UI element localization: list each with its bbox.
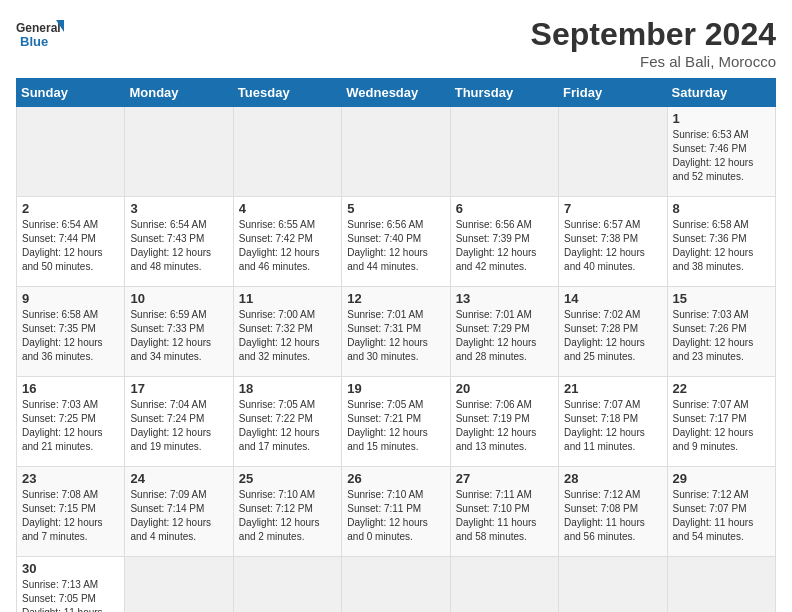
day-info: Sunrise: 7:10 AM Sunset: 7:12 PM Dayligh… <box>239 488 336 544</box>
day-number: 22 <box>673 381 770 396</box>
calendar-cell <box>233 557 341 613</box>
day-info: Sunrise: 7:12 AM Sunset: 7:08 PM Dayligh… <box>564 488 661 544</box>
logo: General Blue <box>16 16 66 60</box>
calendar-cell <box>125 557 233 613</box>
day-number: 27 <box>456 471 553 486</box>
calendar-cell: 16Sunrise: 7:03 AM Sunset: 7:25 PM Dayli… <box>17 377 125 467</box>
day-number: 2 <box>22 201 119 216</box>
day-number: 26 <box>347 471 444 486</box>
calendar-row: 23Sunrise: 7:08 AM Sunset: 7:15 PM Dayli… <box>17 467 776 557</box>
day-number: 9 <box>22 291 119 306</box>
day-info: Sunrise: 7:01 AM Sunset: 7:31 PM Dayligh… <box>347 308 444 364</box>
day-number: 21 <box>564 381 661 396</box>
calendar-row: 16Sunrise: 7:03 AM Sunset: 7:25 PM Dayli… <box>17 377 776 467</box>
day-number: 7 <box>564 201 661 216</box>
calendar-cell: 1Sunrise: 6:53 AM Sunset: 7:46 PM Daylig… <box>667 107 775 197</box>
weekday-header-wednesday: Wednesday <box>342 79 450 107</box>
day-number: 14 <box>564 291 661 306</box>
calendar-row: 1Sunrise: 6:53 AM Sunset: 7:46 PM Daylig… <box>17 107 776 197</box>
calendar-cell <box>342 107 450 197</box>
day-info: Sunrise: 6:56 AM Sunset: 7:39 PM Dayligh… <box>456 218 553 274</box>
day-info: Sunrise: 7:06 AM Sunset: 7:19 PM Dayligh… <box>456 398 553 454</box>
day-info: Sunrise: 6:58 AM Sunset: 7:36 PM Dayligh… <box>673 218 770 274</box>
day-number: 11 <box>239 291 336 306</box>
day-info: Sunrise: 6:54 AM Sunset: 7:44 PM Dayligh… <box>22 218 119 274</box>
day-info: Sunrise: 7:08 AM Sunset: 7:15 PM Dayligh… <box>22 488 119 544</box>
calendar-row: 2Sunrise: 6:54 AM Sunset: 7:44 PM Daylig… <box>17 197 776 287</box>
svg-text:Blue: Blue <box>20 34 48 49</box>
day-info: Sunrise: 6:56 AM Sunset: 7:40 PM Dayligh… <box>347 218 444 274</box>
day-number: 3 <box>130 201 227 216</box>
day-info: Sunrise: 6:54 AM Sunset: 7:43 PM Dayligh… <box>130 218 227 274</box>
day-number: 30 <box>22 561 119 576</box>
calendar-cell: 13Sunrise: 7:01 AM Sunset: 7:29 PM Dayli… <box>450 287 558 377</box>
svg-text:General: General <box>16 21 61 35</box>
calendar-cell: 30Sunrise: 7:13 AM Sunset: 7:05 PM Dayli… <box>17 557 125 613</box>
calendar-cell <box>342 557 450 613</box>
weekday-header-thursday: Thursday <box>450 79 558 107</box>
day-info: Sunrise: 7:12 AM Sunset: 7:07 PM Dayligh… <box>673 488 770 544</box>
day-info: Sunrise: 7:03 AM Sunset: 7:26 PM Dayligh… <box>673 308 770 364</box>
calendar-cell <box>17 107 125 197</box>
calendar-cell: 17Sunrise: 7:04 AM Sunset: 7:24 PM Dayli… <box>125 377 233 467</box>
day-number: 20 <box>456 381 553 396</box>
calendar-cell <box>450 107 558 197</box>
calendar-cell: 12Sunrise: 7:01 AM Sunset: 7:31 PM Dayli… <box>342 287 450 377</box>
calendar-cell: 15Sunrise: 7:03 AM Sunset: 7:26 PM Dayli… <box>667 287 775 377</box>
day-number: 12 <box>347 291 444 306</box>
day-info: Sunrise: 7:00 AM Sunset: 7:32 PM Dayligh… <box>239 308 336 364</box>
calendar-cell: 26Sunrise: 7:10 AM Sunset: 7:11 PM Dayli… <box>342 467 450 557</box>
weekday-header-sunday: Sunday <box>17 79 125 107</box>
calendar-cell <box>559 557 667 613</box>
day-number: 19 <box>347 381 444 396</box>
day-info: Sunrise: 7:02 AM Sunset: 7:28 PM Dayligh… <box>564 308 661 364</box>
calendar-cell: 24Sunrise: 7:09 AM Sunset: 7:14 PM Dayli… <box>125 467 233 557</box>
day-info: Sunrise: 6:55 AM Sunset: 7:42 PM Dayligh… <box>239 218 336 274</box>
day-number: 18 <box>239 381 336 396</box>
weekday-header-row: SundayMondayTuesdayWednesdayThursdayFrid… <box>17 79 776 107</box>
day-info: Sunrise: 6:58 AM Sunset: 7:35 PM Dayligh… <box>22 308 119 364</box>
calendar-cell: 8Sunrise: 6:58 AM Sunset: 7:36 PM Daylig… <box>667 197 775 287</box>
calendar-cell: 9Sunrise: 6:58 AM Sunset: 7:35 PM Daylig… <box>17 287 125 377</box>
calendar-cell: 23Sunrise: 7:08 AM Sunset: 7:15 PM Dayli… <box>17 467 125 557</box>
calendar-cell: 6Sunrise: 6:56 AM Sunset: 7:39 PM Daylig… <box>450 197 558 287</box>
weekday-header-saturday: Saturday <box>667 79 775 107</box>
calendar-cell: 29Sunrise: 7:12 AM Sunset: 7:07 PM Dayli… <box>667 467 775 557</box>
day-info: Sunrise: 7:11 AM Sunset: 7:10 PM Dayligh… <box>456 488 553 544</box>
calendar-cell: 22Sunrise: 7:07 AM Sunset: 7:17 PM Dayli… <box>667 377 775 467</box>
day-info: Sunrise: 7:13 AM Sunset: 7:05 PM Dayligh… <box>22 578 119 612</box>
calendar-cell <box>125 107 233 197</box>
calendar-row: 9Sunrise: 6:58 AM Sunset: 7:35 PM Daylig… <box>17 287 776 377</box>
day-info: Sunrise: 6:57 AM Sunset: 7:38 PM Dayligh… <box>564 218 661 274</box>
calendar-cell: 7Sunrise: 6:57 AM Sunset: 7:38 PM Daylig… <box>559 197 667 287</box>
calendar-cell: 2Sunrise: 6:54 AM Sunset: 7:44 PM Daylig… <box>17 197 125 287</box>
calendar-cell: 18Sunrise: 7:05 AM Sunset: 7:22 PM Dayli… <box>233 377 341 467</box>
day-info: Sunrise: 7:05 AM Sunset: 7:21 PM Dayligh… <box>347 398 444 454</box>
day-number: 6 <box>456 201 553 216</box>
calendar-cell <box>450 557 558 613</box>
calendar-cell: 5Sunrise: 6:56 AM Sunset: 7:40 PM Daylig… <box>342 197 450 287</box>
day-number: 5 <box>347 201 444 216</box>
calendar-cell: 3Sunrise: 6:54 AM Sunset: 7:43 PM Daylig… <box>125 197 233 287</box>
calendar-table: SundayMondayTuesdayWednesdayThursdayFrid… <box>16 78 776 612</box>
day-number: 28 <box>564 471 661 486</box>
calendar-cell: 25Sunrise: 7:10 AM Sunset: 7:12 PM Dayli… <box>233 467 341 557</box>
calendar-cell <box>559 107 667 197</box>
calendar-cell: 19Sunrise: 7:05 AM Sunset: 7:21 PM Dayli… <box>342 377 450 467</box>
day-info: Sunrise: 6:53 AM Sunset: 7:46 PM Dayligh… <box>673 128 770 184</box>
day-number: 10 <box>130 291 227 306</box>
day-number: 8 <box>673 201 770 216</box>
title-section: September 2024 Fes al Bali, Morocco <box>531 16 776 70</box>
day-number: 13 <box>456 291 553 306</box>
calendar-cell: 20Sunrise: 7:06 AM Sunset: 7:19 PM Dayli… <box>450 377 558 467</box>
day-info: Sunrise: 7:07 AM Sunset: 7:17 PM Dayligh… <box>673 398 770 454</box>
weekday-header-monday: Monday <box>125 79 233 107</box>
page-header: General Blue September 2024 Fes al Bali,… <box>16 16 776 70</box>
day-number: 29 <box>673 471 770 486</box>
day-info: Sunrise: 7:03 AM Sunset: 7:25 PM Dayligh… <box>22 398 119 454</box>
calendar-cell: 11Sunrise: 7:00 AM Sunset: 7:32 PM Dayli… <box>233 287 341 377</box>
calendar-cell: 4Sunrise: 6:55 AM Sunset: 7:42 PM Daylig… <box>233 197 341 287</box>
day-number: 16 <box>22 381 119 396</box>
month-title: September 2024 <box>531 16 776 53</box>
calendar-cell: 27Sunrise: 7:11 AM Sunset: 7:10 PM Dayli… <box>450 467 558 557</box>
